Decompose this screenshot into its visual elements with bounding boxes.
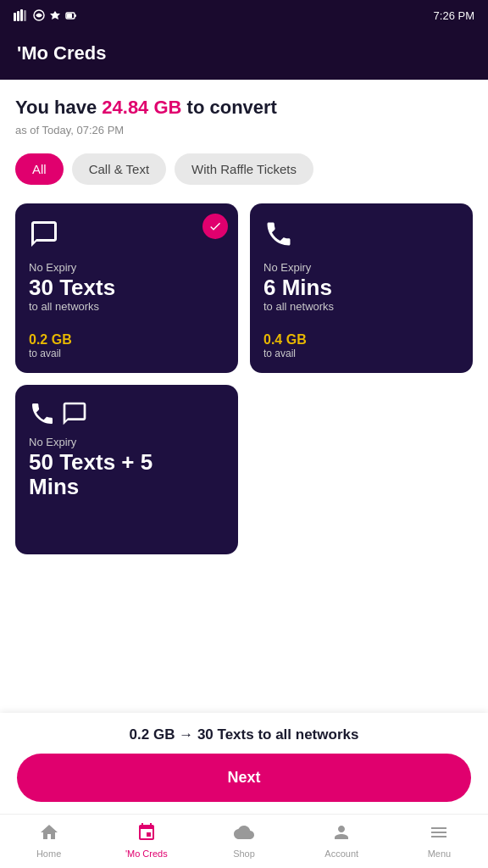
nav-home[interactable]: Home <box>0 822 97 859</box>
dual-icons-card3 <box>29 400 225 427</box>
card3-no-expiry: No Expiry <box>29 436 225 448</box>
filter-tabs: All Call & Text With Raffle Tickets <box>15 153 473 185</box>
convert-title-text1: You have <box>15 97 102 118</box>
bottom-nav: Home 'Mo Creds Shop Account Menu <box>0 814 488 868</box>
card-50-texts-5-mins[interactable]: No Expiry 50 Texts + 5 Mins <box>15 385 238 554</box>
svg-rect-2 <box>20 9 23 21</box>
svg-rect-3 <box>24 10 26 21</box>
page-header: 'Mo Creds <box>0 31 488 80</box>
convert-title: You have 24.84 GB to convert <box>15 97 473 119</box>
filter-raffle-tickets[interactable]: With Raffle Tickets <box>175 153 313 185</box>
card3-amount: 50 Texts + 5 <box>29 450 225 475</box>
filter-call-text[interactable]: Call & Text <box>72 153 166 185</box>
convert-title-text2: to convert <box>181 97 276 118</box>
svg-rect-1 <box>17 11 19 21</box>
card2-network: to all networks <box>263 300 459 313</box>
card1-amount: 30 Texts <box>29 275 225 300</box>
svg-rect-6 <box>67 14 72 18</box>
account-icon <box>331 822 352 846</box>
card-30-texts[interactable]: No Expiry 30 Texts to all networks 0.2 G… <box>15 203 238 373</box>
shop-icon <box>234 822 254 846</box>
convert-highlight: 24.84 GB <box>102 97 181 118</box>
card1-no-expiry: No Expiry <box>29 261 225 274</box>
card2-gb: 0.4 GB <box>263 332 459 348</box>
cards-grid: No Expiry 30 Texts to all networks 0.2 G… <box>15 203 473 554</box>
chat-icon-card1 <box>29 219 63 253</box>
nav-account-label: Account <box>324 849 358 859</box>
nav-menu-label: Menu <box>428 849 452 859</box>
menu-icon <box>429 822 449 846</box>
summary-text: 0.2 GB → 30 Texts to all networks <box>17 726 471 743</box>
nav-shop-label: Shop <box>233 849 255 859</box>
card2-no-expiry: No Expiry <box>263 261 459 274</box>
convert-subtitle: as of Today, 07:26 PM <box>15 124 473 136</box>
status-bar: 7:26 PM <box>0 0 488 31</box>
nav-home-label: Home <box>36 849 61 859</box>
card1-gb: 0.2 GB <box>29 332 225 348</box>
page-title: 'Mo Creds <box>17 42 106 64</box>
nav-shop[interactable]: Shop <box>195 822 292 859</box>
card1-avail: to avail <box>29 348 225 359</box>
card3-amount-line2: Mins <box>29 475 225 499</box>
home-icon <box>39 822 59 846</box>
svg-rect-7 <box>75 14 76 17</box>
status-time: 7:26 PM <box>434 9 474 22</box>
nav-mo-creds-label: 'Mo Creds <box>125 849 168 859</box>
mo-creds-icon <box>136 822 157 846</box>
svg-rect-0 <box>14 13 16 21</box>
phone-icon-card2 <box>263 219 297 253</box>
card2-amount: 6 Mins <box>263 275 459 300</box>
status-left-icons <box>14 9 77 21</box>
next-button[interactable]: Next <box>17 754 471 802</box>
card1-network: to all networks <box>29 300 225 313</box>
bottom-summary: 0.2 GB → 30 Texts to all networks Next <box>0 713 488 814</box>
nav-mo-creds[interactable]: 'Mo Creds <box>97 822 195 859</box>
main-content: You have 24.84 GB to convert as of Today… <box>0 80 488 713</box>
card-6-mins[interactable]: No Expiry 6 Mins to all networks 0.4 GB … <box>250 203 473 373</box>
nav-menu[interactable]: Menu <box>391 822 488 859</box>
card2-avail: to avail <box>263 348 459 359</box>
nav-account[interactable]: Account <box>293 822 391 859</box>
filter-all[interactable]: All <box>15 153 64 185</box>
selected-check-badge <box>202 214 228 239</box>
